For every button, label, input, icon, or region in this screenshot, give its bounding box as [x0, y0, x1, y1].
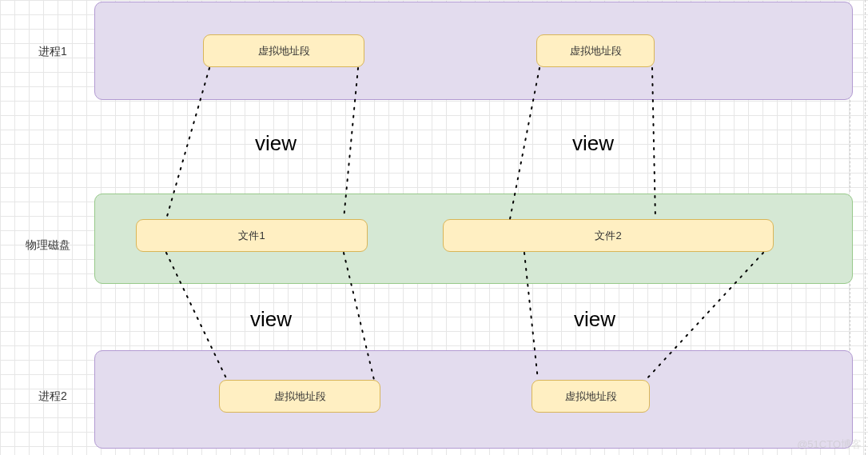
p2-vaddr-1: 虚拟地址段 — [219, 380, 380, 413]
label-process1: 进程1 — [38, 45, 67, 59]
p2-vaddr-2: 虚拟地址段 — [532, 380, 650, 413]
watermark: @51CTO博客 — [797, 437, 862, 452]
p1-vaddr-1: 虚拟地址段 — [203, 34, 364, 67]
file1-box: 文件1 — [136, 219, 368, 252]
view-label-tr: view — [572, 131, 614, 156]
p1-vaddr-2: 虚拟地址段 — [536, 34, 655, 67]
label-process2: 进程2 — [38, 389, 67, 404]
view-label-br: view — [574, 307, 615, 332]
process2-container — [94, 350, 853, 449]
label-disk: 物理磁盘 — [26, 238, 70, 253]
file2-box: 文件2 — [443, 219, 774, 252]
view-label-tl: view — [255, 131, 297, 156]
view-label-bl: view — [250, 307, 292, 332]
